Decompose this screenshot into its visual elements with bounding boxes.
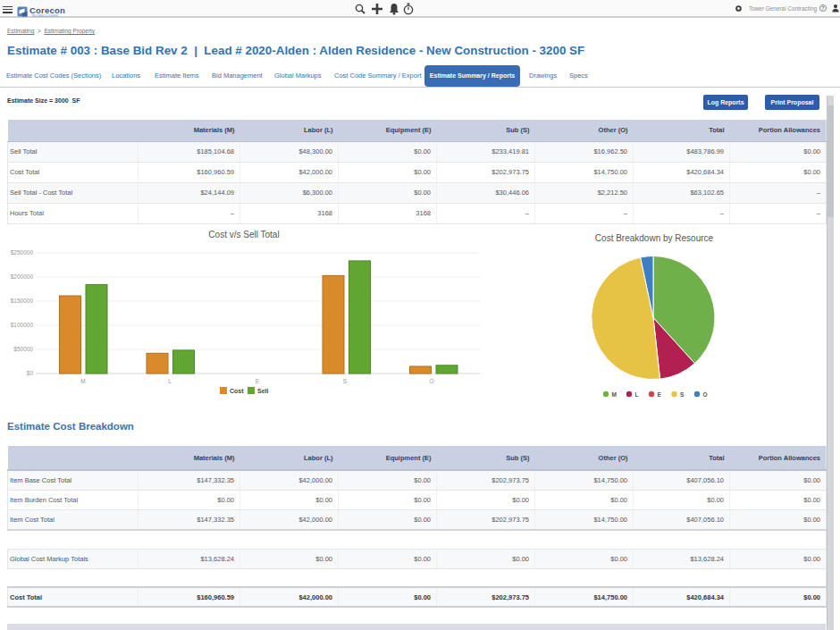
svg-text:S: S <box>680 391 685 398</box>
svg-text:Cost v/s Sell Total: Cost v/s Sell Total <box>208 230 279 239</box>
svg-text:M: M <box>80 378 85 384</box>
svg-text:$50000: $50000 <box>13 346 33 352</box>
svg-text:M: M <box>612 391 617 398</box>
svg-text:$250000: $250000 <box>11 249 34 256</box>
svg-text:Sell: Sell <box>257 388 269 394</box>
svg-text:L: L <box>635 391 639 398</box>
svg-text:$150000: $150000 <box>11 298 34 304</box>
svg-text:$100000: $100000 <box>11 322 34 328</box>
svg-text:$200000: $200000 <box>11 273 34 280</box>
svg-text:E: E <box>256 378 260 384</box>
svg-text:O: O <box>703 391 708 398</box>
svg-text:E: E <box>658 391 662 398</box>
svg-text:Cost Breakdown by Resource: Cost Breakdown by Resource <box>595 233 714 243</box>
svg-text:Cost: Cost <box>230 388 244 394</box>
svg-text:$0: $0 <box>27 370 34 376</box>
svg-text:?: ? <box>821 5 824 11</box>
svg-text:L: L <box>168 378 172 384</box>
svg-text:O: O <box>429 378 433 384</box>
svg-text:S: S <box>343 378 348 384</box>
